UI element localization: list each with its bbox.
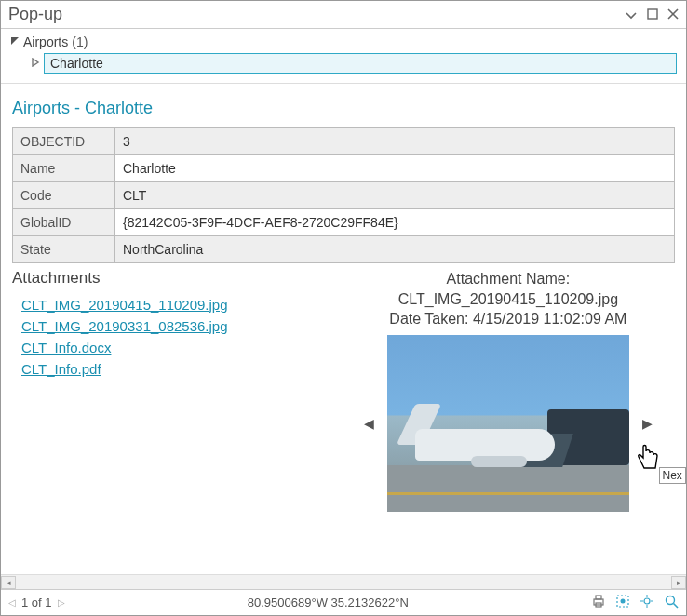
attachments-list-panel: Attachments CLT_IMG_20190415_110209.jpgC… <box>12 269 330 570</box>
table-row: CodeCLT <box>13 182 675 209</box>
attr-key: OBJECTID <box>13 128 115 155</box>
svg-point-9 <box>621 599 626 604</box>
titlebar: Pop-up <box>1 1 686 29</box>
record-pager: ◁ 1 of 1 ▷ <box>8 596 65 609</box>
horizontal-scrollbar[interactable]: ◂ ▸ <box>1 574 686 589</box>
next-tooltip: Nex <box>659 467 686 484</box>
attachment-link[interactable]: CLT_Info.docx <box>21 340 330 355</box>
flash-icon[interactable] <box>640 594 654 611</box>
table-row: NameCharlotte <box>13 155 675 182</box>
pager-text: 1 of 1 <box>21 596 52 609</box>
select-icon[interactable] <box>615 594 630 611</box>
svg-point-15 <box>667 596 675 605</box>
table-row: OBJECTID3 <box>13 128 675 155</box>
zoom-to-icon[interactable] <box>664 594 679 611</box>
tree-child-selected[interactable]: Charlotte <box>44 53 677 74</box>
svg-line-16 <box>674 604 679 609</box>
scroll-track[interactable] <box>16 576 671 589</box>
print-icon[interactable] <box>591 594 606 611</box>
attachment-date-value: 4/15/2019 11:02:09 AM <box>473 311 626 327</box>
chevron-down-icon[interactable] <box>10 36 20 47</box>
table-row: StateNorthCarolina <box>13 236 675 263</box>
popup-window: Pop-up Airports (1) Charlo <box>0 0 687 616</box>
cursor-hand-icon <box>634 443 660 473</box>
attachment-file-name: CLT_IMG_20190415_110209.jpg <box>389 289 626 310</box>
status-bar: ◁ 1 of 1 ▷ 80.9500689°W 35.2132622°N <box>1 589 686 615</box>
attr-value: Charlotte <box>115 155 675 182</box>
tree-child-label: Charlotte <box>50 56 103 71</box>
table-row: GlobalID{82142C05-3F9F-4DCF-AEF8-2720C29… <box>13 209 675 236</box>
attr-value: {82142C05-3F9F-4DCF-AEF8-2720C29FF84E} <box>115 209 675 236</box>
window-title: Pop-up <box>8 5 62 24</box>
attachment-info: Attachment Name: CLT_IMG_20190415_110209… <box>389 269 626 329</box>
page-title: Airports - Charlotte <box>1 84 686 127</box>
attr-value: 3 <box>115 128 675 155</box>
attribute-table: OBJECTID3NameCharlotteCodeCLTGlobalID{82… <box>12 127 675 263</box>
close-icon[interactable] <box>667 7 679 22</box>
attachment-link[interactable]: CLT_IMG_20190415_110209.jpg <box>21 297 330 313</box>
scroll-left-button[interactable]: ◂ <box>1 576 16 589</box>
coordinates-readout: 80.9500689°W 35.2132622°N <box>73 596 584 609</box>
attachments-area: Attachments CLT_IMG_20190415_110209.jpgC… <box>1 263 686 574</box>
tree-root-count: (1) <box>72 34 88 49</box>
tree-root-label: Airports <box>23 34 68 49</box>
attr-key: State <box>13 236 115 263</box>
svg-marker-4 <box>33 59 38 66</box>
next-record-button[interactable]: ▷ <box>58 597 65 608</box>
attachments-header: Attachments <box>12 269 330 288</box>
attachment-thumbnail[interactable] <box>387 335 629 512</box>
chevron-right-icon[interactable] <box>31 58 40 69</box>
scroll-right-button[interactable]: ▸ <box>671 576 686 589</box>
prev-record-button[interactable]: ◁ <box>8 597 16 608</box>
restore-icon[interactable] <box>647 7 658 22</box>
attachment-carousel: ◀ ▶ Nex <box>358 335 658 512</box>
attachment-date-label: Date Taken: <box>389 311 468 327</box>
attachment-preview-panel: Attachment Name: CLT_IMG_20190415_110209… <box>342 269 675 570</box>
prev-attachment-button[interactable]: ◀ <box>358 410 380 436</box>
toolbar-icons <box>591 594 679 611</box>
feature-tree: Airports (1) Charlotte <box>1 29 686 84</box>
svg-rect-6 <box>596 596 601 599</box>
attachment-date-line: Date Taken: 4/15/2019 11:02:09 AM <box>389 309 626 329</box>
svg-point-10 <box>644 598 650 604</box>
attr-value: NorthCarolina <box>115 236 675 263</box>
attachment-name-label: Attachment Name: <box>389 269 626 289</box>
tree-root[interactable]: Airports (1) <box>10 34 677 49</box>
attr-value: CLT <box>115 182 675 209</box>
attachments-list: CLT_IMG_20190415_110209.jpgCLT_IMG_20190… <box>12 297 330 377</box>
svg-marker-3 <box>11 37 19 45</box>
attachment-link[interactable]: CLT_Info.pdf <box>21 361 330 377</box>
next-attachment-button[interactable]: ▶ <box>637 410 658 436</box>
svg-rect-0 <box>648 9 657 19</box>
tree-child[interactable]: Charlotte <box>31 53 677 74</box>
attachment-link[interactable]: CLT_IMG_20190331_082536.jpg <box>21 318 330 334</box>
window-controls <box>625 7 679 22</box>
attr-key: Code <box>13 182 115 209</box>
attr-key: GlobalID <box>13 209 115 236</box>
attr-key: Name <box>13 155 115 182</box>
collapse-icon[interactable] <box>625 7 638 22</box>
